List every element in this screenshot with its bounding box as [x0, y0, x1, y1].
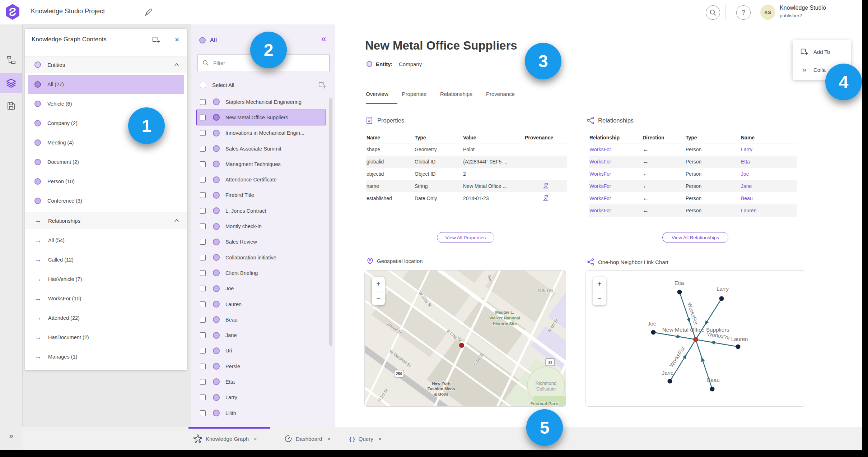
item-checkbox[interactable]	[200, 270, 206, 276]
relationship-link[interactable]: WorksFor	[589, 159, 642, 165]
item-checkbox[interactable]	[200, 192, 206, 198]
entities-item[interactable]: Person (10)	[28, 172, 184, 191]
close-tab-icon[interactable]: ×	[327, 436, 330, 442]
relationships-item[interactable]: →HasVehicle (7)	[28, 269, 184, 289]
item-checkbox[interactable]	[200, 223, 206, 229]
list-item[interactable]: Beau	[196, 312, 326, 327]
item-checkbox[interactable]	[200, 255, 206, 260]
link-chart-center-node[interactable]	[693, 337, 698, 342]
relationships-item[interactable]: →Called (12)	[28, 250, 184, 269]
search-button[interactable]	[706, 5, 720, 20]
relationship-link[interactable]: WorksFor	[589, 183, 642, 189]
related-entity-link[interactable]: Joe	[740, 171, 797, 177]
item-checkbox[interactable]	[200, 286, 206, 291]
list-item[interactable]: Montly check-in	[196, 218, 326, 234]
list-item[interactable]: Larry	[196, 390, 326, 405]
zoom-in-button[interactable]: +	[372, 277, 385, 291]
rail-item-data-model[interactable]	[0, 50, 22, 70]
tab-overview[interactable]: Overview	[366, 91, 388, 97]
relationship-link[interactable]: WorksFor	[589, 195, 642, 201]
item-checkbox[interactable]	[200, 115, 206, 120]
related-entity-link[interactable]: Lauren	[740, 208, 797, 213]
provenance-flag-icon[interactable]	[543, 195, 549, 201]
close-tab-icon[interactable]: ×	[378, 436, 382, 442]
list-item[interactable]: Attendance Certificate	[196, 172, 326, 187]
relationship-link[interactable]: WorksFor	[589, 171, 642, 177]
relationships-item[interactable]: →WorksFor (10)	[28, 289, 184, 308]
item-checkbox[interactable]	[200, 332, 206, 338]
list-item[interactable]: Collaboration initiative	[196, 250, 326, 265]
chevron-up-icon[interactable]	[174, 219, 179, 222]
tab-relationships[interactable]: Relationships	[440, 91, 472, 97]
link-chart-node[interactable]	[677, 290, 682, 295]
item-checkbox[interactable]	[200, 379, 206, 385]
zoom-out-button[interactable]: −	[372, 291, 385, 305]
item-checkbox[interactable]	[200, 99, 206, 105]
list-item[interactable]: Uri	[196, 343, 326, 359]
list-item[interactable]: Joe	[196, 281, 326, 296]
close-panel-button[interactable]: ✕	[172, 35, 182, 44]
add-to-button[interactable]: Add To	[793, 45, 851, 59]
item-checkbox[interactable]	[200, 177, 206, 183]
entities-item[interactable]: Document (2)	[28, 152, 184, 172]
link-chart-node[interactable]	[719, 296, 724, 301]
list-item[interactable]: Sales Associate Summit	[196, 141, 326, 156]
link-chart-node[interactable]	[736, 345, 741, 349]
relationships-item[interactable]: →Attended (22)	[28, 308, 184, 328]
related-entity-link[interactable]: Jane	[740, 183, 797, 189]
item-checkbox[interactable]	[200, 301, 206, 307]
item-checkbox[interactable]	[200, 410, 206, 416]
zoom-out-button[interactable]: −	[593, 291, 606, 305]
item-checkbox[interactable]	[200, 364, 206, 369]
view-all-relationships-button[interactable]: View All Relationships	[662, 232, 728, 243]
list-item[interactable]: Innovations in Mechanical Engin...	[196, 125, 326, 141]
list-item[interactable]: Client Briefing	[196, 265, 326, 281]
item-checkbox[interactable]	[200, 239, 206, 245]
help-button[interactable]: ?	[736, 5, 751, 20]
link-chart-node[interactable]	[651, 330, 656, 335]
add-to-map-icon[interactable]	[318, 80, 327, 90]
item-checkbox[interactable]	[200, 208, 206, 214]
list-item[interactable]: Managment Techniques	[196, 156, 326, 172]
relationships-item[interactable]: →HasDocument (2)	[28, 328, 184, 347]
item-checkbox[interactable]	[200, 146, 206, 152]
related-entity-link[interactable]: Etta	[740, 159, 797, 165]
list-item[interactable]: Sales Review	[196, 234, 326, 250]
edit-title-icon[interactable]	[144, 7, 153, 17]
geospatial-map[interactable]: + −	[364, 270, 566, 407]
tab-properties[interactable]: Properties	[402, 91, 426, 97]
close-tab-icon[interactable]: ×	[254, 436, 257, 442]
item-checkbox[interactable]	[200, 161, 206, 167]
rail-expand-button[interactable]: »	[0, 428, 22, 445]
provenance-flag-icon[interactable]	[543, 183, 549, 189]
chevron-up-icon[interactable]	[174, 63, 179, 66]
relationship-link[interactable]: WorksFor	[589, 208, 642, 213]
view-tab-query[interactable]: { } Query ×	[349, 427, 381, 450]
list-item[interactable]: Lauren	[196, 296, 326, 312]
relationships-item[interactable]: →All (54)	[28, 231, 184, 250]
list-item[interactable]: New Metal Office Suppliers	[196, 110, 326, 125]
link-chart-node[interactable]	[668, 379, 672, 384]
related-entity-link[interactable]: Larry	[740, 147, 797, 152]
list-item[interactable]: Lilith	[196, 405, 326, 421]
view-all-properties-button[interactable]: View All Properties	[437, 232, 494, 243]
list-item[interactable]: Persie	[196, 359, 326, 374]
relationships-section-header[interactable]: → Relationships	[25, 212, 187, 229]
list-item[interactable]: Jane	[196, 327, 326, 343]
add-to-new-icon[interactable]	[151, 35, 161, 45]
rail-item-save[interactable]	[0, 96, 22, 116]
item-checkbox[interactable]	[200, 317, 206, 323]
entities-item[interactable]: All (27)	[28, 75, 184, 94]
link-chart-node[interactable]	[710, 387, 715, 392]
one-hop-link-chart[interactable]: + − EttaLarryJoeLaurenJaneBeauNew Metal …	[585, 270, 805, 407]
avatar[interactable]: KS	[760, 5, 775, 20]
list-scrollbar[interactable]	[329, 98, 332, 346]
list-item[interactable]: Etta	[196, 374, 326, 389]
view-tab-knowledge-graph[interactable]: Knowledge Graph ×	[193, 427, 257, 450]
tab-provenance[interactable]: Provenance	[486, 91, 515, 97]
item-checkbox[interactable]	[200, 394, 206, 400]
zoom-in-button[interactable]: +	[593, 277, 606, 291]
select-all-checkbox[interactable]	[200, 82, 206, 88]
item-checkbox[interactable]	[200, 130, 206, 136]
rail-item-layers[interactable]	[0, 73, 22, 93]
